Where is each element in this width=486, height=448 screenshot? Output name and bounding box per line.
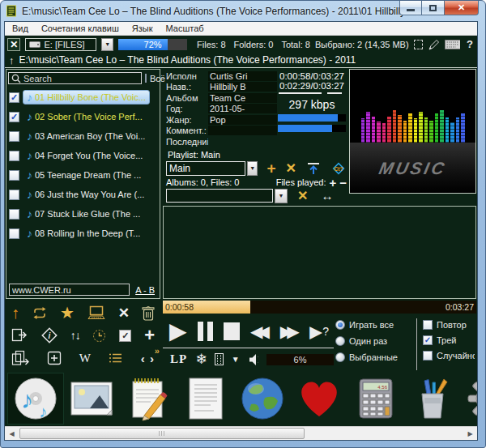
item-body[interactable]: ♪04 Forget You (The Voice... [23,148,147,163]
albums-combo[interactable] [166,189,273,203]
albums-combo-dropdown[interactable]: ▼ [275,189,288,203]
dock-web-globe[interactable] [234,373,291,425]
favorite-star-icon[interactable]: ★ [60,305,75,321]
delete-x-icon[interactable]: ✕ [118,306,130,320]
add-plus-icon[interactable]: + [144,326,155,344]
close-button[interactable]: ✕ [445,1,479,15]
speaker-icon[interactable] [248,353,258,366]
item-body[interactable]: ♪05 Teenage Dream (The ... [23,168,145,182]
up-directory-icon[interactable]: ↑ [9,54,15,66]
play-flag-option[interactable]: Повтор [423,320,475,330]
dock-favorites-heart[interactable] [291,373,347,425]
ab-repeat-link[interactable]: A - B [133,285,157,295]
dock-image-viewer[interactable] [64,373,121,425]
dropdown-triangle-icon[interactable]: ▼ [232,355,240,364]
menu-item[interactable]: Вид [12,23,28,33]
time-slider[interactable] [279,92,342,94]
item-checkbox[interactable] [9,131,19,142]
files-played-minus-icon[interactable]: − [339,177,347,189]
info-diamond-icon[interactable]: i [41,327,58,343]
play-flag-option[interactable]: Случайно [423,351,475,361]
playlist-item[interactable]: ✓♪02 Sober (The Voice Perf... [6,107,160,126]
item-checkbox[interactable] [9,151,19,161]
schedule-clock-icon[interactable] [92,329,106,343]
w-tool-icon[interactable]: W [79,352,91,365]
sort-updown-icon[interactable]: ↑↓ [70,329,80,342]
pencil-icon[interactable] [428,39,439,50]
dock-calculator[interactable]: 4.56 [347,373,404,425]
play-button[interactable]: ▶ [169,320,187,343]
dock-text-document[interactable] [177,373,234,425]
remove-playlist-icon[interactable]: ✕ [286,162,296,175]
checkbox-icon[interactable] [423,351,433,361]
keyboard-icon[interactable] [445,40,460,49]
files-played-plus-icon[interactable]: + [329,177,336,189]
item-checkbox[interactable] [9,209,19,220]
play-flag-option[interactable]: ✓Трей [423,335,475,345]
expand-angles-icon[interactable]: ‹ ›» [141,352,155,365]
volume-bar[interactable]: 6% [266,354,334,365]
pause-button[interactable] [198,322,213,341]
menu-item[interactable]: Сочетания клавиш [41,23,119,33]
playlist-combo[interactable]: Main [166,161,245,176]
dock-stationery-cup[interactable] [404,373,461,425]
fast-forward-button[interactable]: ▶▶ [280,323,300,339]
repeat-icon[interactable] [32,306,48,320]
new-folder-icon[interactable] [47,351,62,365]
item-checkbox[interactable] [9,228,19,239]
dock-notes-editor[interactable] [121,373,177,425]
select-checked-icon[interactable]: ✓ [119,330,131,342]
item-body[interactable]: ♪06 Just the Way You Are (... [23,187,148,202]
dock-settings-gear[interactable] [461,373,477,425]
menu-item[interactable]: Язык [132,23,153,33]
item-checkbox[interactable] [9,170,19,181]
drive-selector[interactable]: E: [FILES] [25,38,96,51]
scroll-right-arrow[interactable]: ▶ [463,427,477,440]
item-body[interactable]: ♪03 American Boy (The Voi... [23,129,149,143]
item-body[interactable]: ♪07 Stuck Like Glue (The ... [23,207,144,221]
minimize-button[interactable] [399,1,422,15]
playlist-item[interactable]: ✓♪01 Hillbilly Bone (The Voic... [6,87,160,107]
trash-icon[interactable] [142,305,155,321]
playlist-item[interactable]: ♪03 American Boy (The Voi... [6,126,160,146]
list-options-icon[interactable] [108,352,123,364]
seek-bar[interactable]: 0:00:58 0:03:27 [163,301,476,314]
playlist-item[interactable]: ♪04 Forget You (The Voice... [6,146,160,165]
cwer-box[interactable] [9,284,130,296]
playlist-item[interactable]: ♪05 Teenage Dream (The ... [6,165,160,185]
scroll-left-arrow[interactable]: ◀ [5,427,19,440]
item-body[interactable]: ♪02 Sober (The Voice Perf... [23,109,147,124]
checkbox-icon[interactable]: ✓ [423,335,433,345]
maximize-button[interactable] [422,1,445,15]
copy-files-icon[interactable] [11,350,30,366]
clear-albums-icon[interactable]: ✕ [297,190,308,203]
ctrl-hint-icon[interactable]: Ct? [330,160,347,177]
item-checkbox[interactable]: ✓ [9,112,19,122]
lp-toggle[interactable]: LP [170,352,187,366]
move-top-icon[interactable] [306,162,321,175]
item-body[interactable]: ♪08 Rolling In the Deep (T... [23,226,144,241]
playlist-combo-dropdown[interactable]: ▼ [247,161,258,176]
search-box[interactable] [8,72,142,84]
export-file-icon[interactable] [11,328,28,343]
swap-icon[interactable]: ↔ [321,189,333,203]
stop-button[interactable] [224,322,241,340]
menu-item[interactable]: Масштаб [165,23,203,33]
playlist-item[interactable]: ♪08 Rolling In the Deep (T... [6,224,160,243]
dock-music-player[interactable]: ♪♪ [7,373,64,425]
item-checkbox[interactable]: ✓ [9,92,19,103]
play-mode-option[interactable]: Выбранные [335,352,411,362]
scrollbar-thumb[interactable] [19,428,305,439]
selection-box-icon[interactable] [414,40,424,49]
playlist-item[interactable]: ♪07 Stuck Like Glue (The ... [6,204,160,224]
radio-icon[interactable] [335,352,345,362]
snowflake-icon[interactable]: ❄ [195,352,207,366]
computer-icon[interactable] [87,305,106,321]
horizontal-scrollbar[interactable]: ◀ ▶ [5,426,477,440]
play-mode-option[interactable]: Играть все [335,320,411,330]
drive-dropdown-button[interactable]: ▼ [101,38,113,51]
radio-icon[interactable] [335,336,345,346]
radio-icon[interactable] [335,320,345,330]
playlist-item[interactable]: ♪06 Just the Way You Are (... [6,185,160,204]
play-mode-option[interactable]: Один раз [335,336,411,346]
